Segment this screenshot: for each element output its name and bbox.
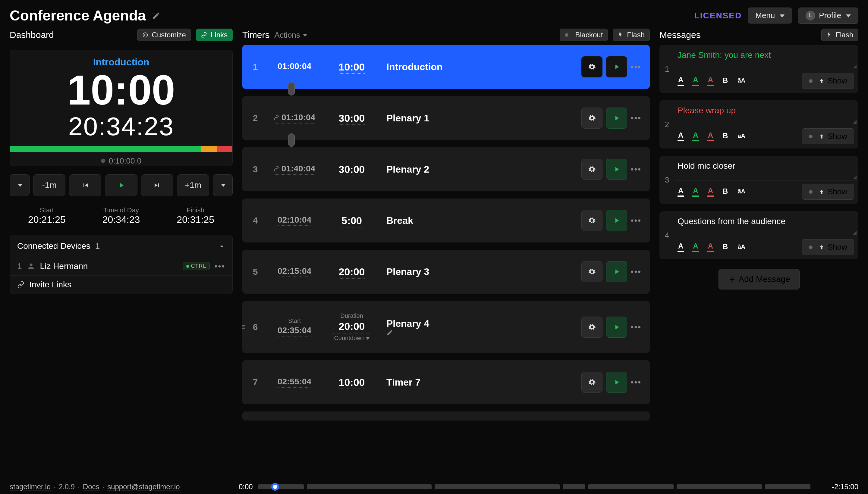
play-button[interactable] [105,174,137,196]
timer-duration[interactable]: 5:00 [341,215,362,227]
show-message-button[interactable]: Show [802,239,854,255]
timer-name[interactable]: Break [386,215,569,226]
timer-name[interactable]: Plenary 1 [386,113,569,124]
message-text[interactable]: Please wrap up [675,100,858,125]
bold-button[interactable]: B [722,243,728,251]
timer-name[interactable]: Timer 7 [386,377,569,388]
timer-duration[interactable]: 30:00 [339,112,365,125]
timer-settings-button[interactable] [581,372,603,393]
minus-dropdown[interactable] [10,174,30,196]
more-icon[interactable]: ••• [631,113,641,123]
timer-settings-button[interactable] [581,317,603,338]
timer-offset[interactable]: 02:35:04 [278,326,311,337]
menu-button[interactable]: Menu [748,7,792,23]
color-red-button[interactable]: A [707,76,714,86]
timeline-thumb[interactable] [271,483,279,491]
timer-play-button[interactable] [606,56,627,77]
timer-settings-button[interactable] [581,159,603,180]
color-white-button[interactable]: A [678,243,684,252]
more-icon[interactable]: ••• [631,62,641,72]
timer-play-button[interactable] [606,317,627,338]
flash-messages-button[interactable]: Flash [821,28,858,41]
bold-button[interactable]: B [722,132,728,141]
message-text[interactable]: Jane Smith: you are next [675,45,858,70]
timer-offset[interactable]: 02:10:04 [278,215,311,226]
mode-dropdown[interactable]: Countdown [334,335,369,342]
show-message-button[interactable]: Show [802,184,854,200]
timer-row[interactable]: ≡6Start02:35:04Duration20:00CountdownPle… [242,301,650,353]
timer-settings-button[interactable] [581,108,603,129]
message-text[interactable]: Questions from the audience [675,211,858,236]
timer-row[interactable]: 301:40:0430:00Plenary 2••• [242,147,650,191]
color-red-button[interactable]: A [707,132,714,141]
timer-settings-button[interactable] [581,56,603,77]
timer-row[interactable]: 101:00:0410:00Introduction••• [242,45,650,89]
connected-devices-header[interactable]: Connected Devices 1 [10,235,233,257]
color-green-button[interactable]: A [692,243,699,252]
more-icon[interactable]: ••• [631,322,641,332]
timer-duration[interactable]: 20:00 [332,321,371,334]
more-icon[interactable]: ••• [631,165,641,174]
message-text[interactable]: Hold mic closer [675,156,858,180]
prev-button[interactable] [69,174,101,196]
caps-button[interactable]: āA [737,77,746,84]
resize-handle[interactable] [288,133,295,147]
timer-duration[interactable]: 10:00 [339,61,365,74]
color-green-button[interactable]: A [692,187,699,197]
more-icon[interactable]: ••• [631,267,641,277]
show-message-button[interactable]: Show [802,128,854,144]
flash-timers-button[interactable]: Flash [613,28,650,41]
timer-offset[interactable]: 01:10:04 [274,113,315,124]
bold-button[interactable]: B [722,77,728,85]
blackout-button[interactable]: Blackout [560,28,608,41]
edit-name-icon[interactable] [386,329,569,336]
color-green-button[interactable]: A [692,132,699,141]
timer-duration[interactable]: 20:00 [339,266,365,279]
minus-1m-button[interactable]: -1m [33,174,66,196]
caps-button[interactable]: āA [737,188,746,195]
brand-link[interactable]: stagetimer.io [10,482,51,491]
bold-button[interactable]: B [722,188,728,196]
timer-duration[interactable]: 30:00 [339,164,365,176]
add-message-button[interactable]: ＋ Add Message [719,269,799,289]
timer-row[interactable] [242,412,650,420]
timer-offset[interactable]: 02:55:04 [278,377,311,388]
plus-dropdown[interactable] [213,174,233,196]
show-message-button[interactable]: Show [802,73,854,89]
timeline-scrubber[interactable] [258,483,826,490]
timer-name[interactable]: Plenary 2 [386,164,569,175]
color-red-button[interactable]: A [707,187,714,197]
plus-1m-button[interactable]: +1m [177,174,209,196]
timer-play-button[interactable] [606,210,627,231]
color-green-button[interactable]: A [692,76,699,86]
device-row[interactable]: 1 Liz Hermann CTRL ••• [10,257,233,275]
drag-handle-icon[interactable]: ≡ [242,322,245,331]
more-icon[interactable]: ••• [631,216,641,225]
timer-name[interactable]: Plenary 3 [386,266,569,278]
color-white-button[interactable]: A [678,187,684,197]
timer-play-button[interactable] [606,108,627,129]
docs-link[interactable]: Docs [83,482,99,491]
edit-title-icon[interactable] [152,12,160,20]
timer-settings-button[interactable] [581,261,603,282]
more-icon[interactable]: ••• [631,377,641,387]
color-red-button[interactable]: A [707,243,714,252]
next-button[interactable] [141,174,173,196]
caps-button[interactable]: āA [737,133,746,140]
more-icon[interactable]: ••• [215,262,225,271]
profile-button[interactable]: L Profile [798,7,858,24]
timer-row[interactable]: 201:10:0430:00Plenary 1••• [242,96,650,140]
timer-play-button[interactable] [606,372,627,393]
resize-handle[interactable] [288,82,295,95]
timer-settings-button[interactable] [581,210,603,231]
timer-row[interactable]: 502:15:0420:00Plenary 3••• [242,250,650,294]
timer-offset[interactable]: 01:40:04 [274,164,315,175]
timer-row[interactable]: 402:10:045:00Break••• [242,198,650,243]
timer-play-button[interactable] [606,159,627,180]
support-link[interactable]: support@stagetimer.io [107,482,180,491]
timer-name[interactable]: Introduction [386,61,569,73]
timer-name[interactable]: Plenary 4 [386,318,569,336]
customize-button[interactable]: Customize [137,28,191,41]
timer-offset[interactable]: 02:15:04 [278,266,311,277]
color-white-button[interactable]: A [678,132,684,141]
